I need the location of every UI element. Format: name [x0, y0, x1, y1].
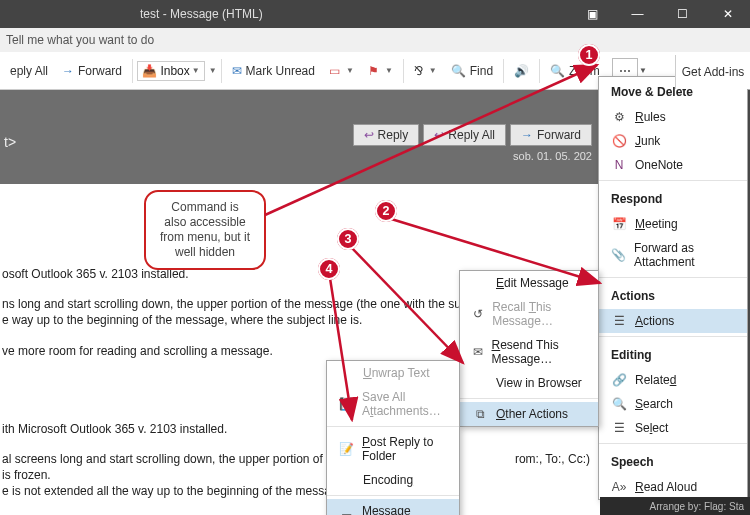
translate-icon: ⅋ [414, 64, 423, 78]
menu-item-search[interactable]: 🔍Search [599, 392, 747, 416]
more-commands-menu: Move & Delete ⚙Rules 🚫Junk NOneNote Resp… [598, 76, 748, 500]
titlebar: test - Message (HTML) ▣ — ☐ ✕ [0, 0, 750, 28]
flag-button[interactable]: ⚑▼ [362, 61, 399, 81]
move-to-inbox[interactable]: 📥 Inbox▼ [137, 61, 205, 81]
attach-icon: 📎 [611, 248, 626, 262]
window-title: test - Message (HTML) [140, 7, 263, 21]
zoom-button[interactable]: 🔍Zoom [544, 61, 606, 81]
menu-item-encoding[interactable]: Encoding [327, 468, 459, 492]
header-forward-button[interactable]: →Forward [510, 124, 592, 146]
find-button[interactable]: 🔍Find [445, 61, 499, 81]
header-icon: ▤ [339, 511, 354, 515]
menu-item-select[interactable]: ☰Select [599, 416, 747, 440]
annotation-marker-1: 1 [578, 44, 600, 66]
menu-item-unwrap: Unwrap Text [327, 361, 459, 385]
recall-icon: ↺ [472, 307, 484, 321]
tell-me-placeholder: Tell me what you want to do [6, 33, 154, 47]
menu-item-save-attachments: 💾Save All Attachments… [327, 385, 459, 423]
search-icon: 🔍 [451, 64, 466, 78]
translate-button[interactable]: ⅋▼ [408, 61, 443, 81]
menu-item-edit-message[interactable]: Edit Message [460, 271, 598, 295]
annotation-callout: Command is also accessible from menu, bu… [144, 190, 266, 270]
body-line: al screens long and start scrolling down… [0, 451, 600, 500]
resend-icon: ✉ [472, 345, 484, 359]
save-icon: 💾 [339, 397, 354, 411]
menu-item-read-aloud[interactable]: A»Read Aloud [599, 475, 747, 499]
window-controls: ▣ — ☐ ✕ [570, 0, 750, 28]
subject-fragment: t> [4, 134, 16, 150]
annotation-marker-4: 4 [318, 258, 340, 280]
minimize-icon[interactable]: — [615, 0, 660, 28]
status-bar: Arrange by: Flag: Sta [600, 497, 750, 515]
restore-aux-icon[interactable]: ▣ [570, 0, 615, 28]
menu-item-recall: ↺Recall This Message… [460, 295, 598, 333]
menu-item-message-header[interactable]: ▤Message Header [327, 499, 459, 515]
menu-group-title: Actions [599, 281, 747, 309]
flag-icon: ⚑ [368, 64, 379, 78]
menu-item-other-actions[interactable]: ⧉Other Actions [460, 402, 598, 426]
menu-item-resend[interactable]: ✉Resend This Message… [460, 333, 598, 371]
post-icon: 📝 [339, 442, 354, 456]
header-reply-button[interactable]: ↩Reply [353, 124, 420, 146]
search-icon: 🔍 [611, 397, 627, 411]
annotation-marker-3: 3 [337, 228, 359, 250]
close-icon[interactable]: ✕ [705, 0, 750, 28]
envelope-icon: ✉ [232, 64, 242, 78]
menu-item-junk[interactable]: 🚫Junk [599, 129, 747, 153]
junk-icon: 🚫 [611, 134, 627, 148]
read-aloud-ribbon-button[interactable]: 🔊 [508, 61, 535, 81]
categorize-button[interactable]: ▭▼ [323, 61, 360, 81]
category-icon: ▭ [329, 64, 340, 78]
actions-icon: ☰ [611, 314, 627, 328]
folder-icon: 📥 [142, 64, 157, 78]
menu-group-title: Editing [599, 340, 747, 368]
other-actions-submenu: Unwrap Text 💾Save All Attachments… 📝Post… [326, 360, 460, 515]
menu-group-title: Speech [599, 447, 747, 475]
menu-item-meeting[interactable]: 📅Meeting [599, 212, 747, 236]
calendar-icon: 📅 [611, 217, 627, 231]
speaker-icon: A» [611, 480, 627, 494]
maximize-icon[interactable]: ☐ [660, 0, 705, 28]
rules-icon: ⚙ [611, 110, 627, 124]
header-date: sob. 01. 05. 202 [513, 150, 592, 162]
menu-item-actions[interactable]: ☰Actions [599, 309, 747, 333]
actions-submenu: Edit Message ↺Recall This Message… ✉Rese… [459, 270, 599, 427]
onenote-icon: N [611, 158, 627, 172]
menu-item-onenote[interactable]: NOneNote [599, 153, 747, 177]
menu-group-title: Respond [599, 184, 747, 212]
speaker-icon: 🔊 [514, 64, 529, 78]
header-reply-all-button[interactable]: ↩Reply All [423, 124, 506, 146]
tell-me-search[interactable]: Tell me what you want to do [0, 28, 750, 52]
other-icon: ⧉ [472, 407, 488, 421]
forward-button[interactable]: →Forward [56, 61, 128, 81]
menu-item-post-reply[interactable]: 📝Post Reply to Folder [327, 430, 459, 468]
menu-item-rules[interactable]: ⚙Rules [599, 105, 747, 129]
menu-item-forward-attachment[interactable]: 📎Forward as Attachment [599, 236, 747, 274]
select-icon: ☰ [611, 421, 627, 435]
move-dropdown[interactable]: ▼ [209, 66, 217, 75]
mark-unread-button[interactable]: ✉Mark Unread [226, 61, 321, 81]
zoom-icon: 🔍 [550, 64, 565, 78]
reply-all-button[interactable]: eply All [4, 61, 54, 81]
menu-item-related[interactable]: 🔗Related [599, 368, 747, 392]
annotation-marker-2: 2 [375, 200, 397, 222]
get-addins-button[interactable]: Get Add-ins [675, 55, 750, 89]
related-icon: 🔗 [611, 373, 627, 387]
menu-item-view-browser[interactable]: View in Browser [460, 371, 598, 395]
